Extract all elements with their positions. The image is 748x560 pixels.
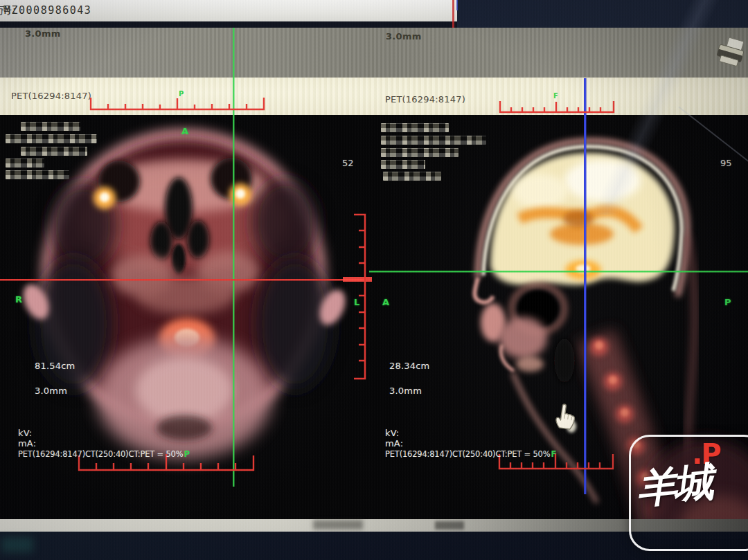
slice-number-axial: 52 — [342, 158, 354, 168]
redacted-patient-info — [381, 136, 486, 145]
orientation-posterior-marker: P — [184, 449, 189, 459]
slice-number-sagittal: 95 — [720, 158, 732, 168]
orientation-feet-marker: F — [551, 449, 556, 459]
monitor-bezel-top-right — [457, 0, 748, 28]
redacted-patient-info — [6, 134, 97, 143]
ruler-center-marker-sagittal: F — [553, 92, 558, 100]
orientation-posterior-label-sagittal: P — [724, 297, 731, 307]
fov-readout-axial: 81.54cm — [35, 361, 75, 371]
redacted-patient-info — [381, 123, 449, 132]
pet-ct-workstation-screen: 万号:MZ0008986043 3.0mm 3.0mm PET(16294:81… — [0, 0, 748, 560]
fusion-text: PET(16294:8147)CT(250:40)CT:PET = 50% — [18, 449, 183, 459]
orientation-anterior-label: A — [181, 126, 188, 136]
ruler-center-marker-axial: P — [179, 90, 184, 98]
fusion-readout-sagittal: PET(16294:8147)CT(250:40)CT:PET = 50%F — [385, 449, 550, 459]
kv-label-axial: kV: — [18, 428, 32, 438]
patient-id-value: MZ0008986043 — [4, 0, 91, 21]
yangcheng-watermark: .P 羊城 — [629, 435, 748, 551]
ma-label-sagittal: mA: — [385, 438, 403, 449]
patient-id-bar: 万号:MZ0008986043 — [0, 0, 457, 21]
fusion-text: PET(16294:8147)CT(250:40)CT:PET = 50% — [385, 449, 550, 459]
thickness-readout-sagittal: 3.0mm — [389, 386, 422, 396]
redacted-patient-info — [6, 170, 69, 179]
reflection-smudge — [313, 520, 363, 530]
series-label-sagittal: PET(16294:8147) — [385, 94, 465, 105]
reflection-glint — [1, 537, 33, 552]
fov-readout-sagittal: 28.34cm — [389, 361, 429, 371]
fusion-readout-axial: PET(16294:8147)CT(250:40)CT:PET = 50%P — [18, 449, 183, 459]
orientation-right-label: R — [15, 294, 22, 305]
series-label-axial: PET(16294:8147) — [11, 91, 91, 101]
watermark-brand: 羊城 — [634, 455, 713, 517]
printer-icon[interactable] — [712, 35, 748, 75]
screen-reflection-blue — [456, 0, 458, 10]
reflection-smudge — [435, 521, 464, 530]
ma-label-axial: mA: — [18, 438, 36, 449]
hand-cursor-icon — [552, 399, 580, 431]
redacted-patient-info — [21, 122, 80, 131]
slice-thickness-right: 3.0mm — [386, 31, 422, 42]
orientation-left-label: L — [354, 297, 359, 307]
toolbar-band — [0, 28, 748, 78]
thickness-readout-axial: 3.0mm — [35, 386, 67, 396]
screen-reflection-red — [452, 0, 454, 28]
kv-label-sagittal: kV: — [385, 428, 399, 438]
pet-series-band — [0, 78, 748, 115]
redacted-patient-info — [381, 160, 425, 169]
redacted-patient-info — [381, 148, 458, 157]
redacted-patient-info — [21, 147, 87, 156]
redacted-patient-info — [383, 172, 441, 181]
orientation-anterior-label-sagittal: A — [382, 297, 389, 307]
redacted-patient-info — [6, 159, 44, 168]
slice-thickness-left: 3.0mm — [25, 28, 61, 39]
